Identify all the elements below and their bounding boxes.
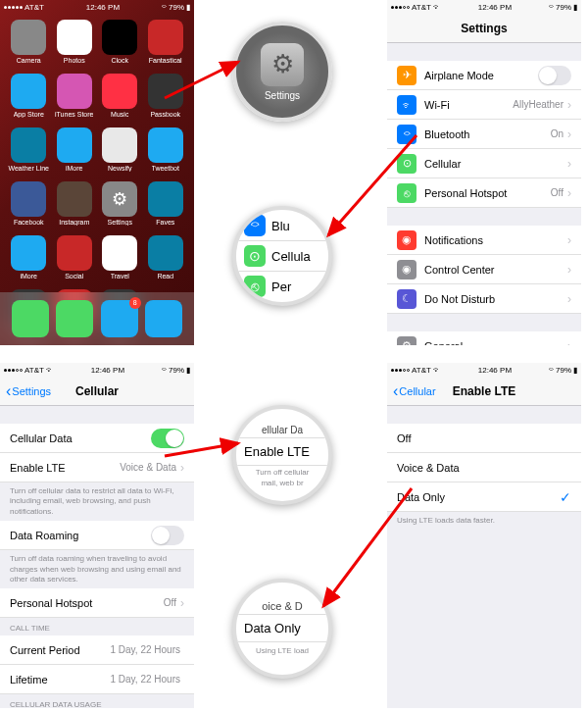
- navbar: ‹Cellular Enable LTE: [387, 377, 581, 406]
- hotspot-icon: ⎋: [244, 276, 266, 297]
- lte-voice-data-row[interactable]: Voice & Data: [387, 453, 581, 482]
- app-newsify[interactable]: Newsify: [99, 127, 141, 172]
- callout-data-only: oice & D Data Only Using LTE load: [232, 579, 332, 679]
- app-instagram[interactable]: Instagram: [54, 181, 96, 226]
- back-button[interactable]: ‹Cellular: [393, 383, 436, 399]
- bluetooth-icon: ⌔: [244, 215, 266, 236]
- settings-group-1: ✈Airplane ModeᯤWi-FiAllyHeather›⌔Bluetoo…: [387, 61, 581, 208]
- app-itunes-store[interactable]: iTunes Store: [54, 74, 96, 118]
- settings-bluetooth-row[interactable]: ⌔BluetoothOn›: [387, 120, 581, 149]
- app-fantastical[interactable]: Fantastical: [145, 20, 187, 64]
- navbar: ‹Settings Cellular: [0, 377, 194, 406]
- app-app-store[interactable]: App Store: [8, 74, 50, 118]
- settings-screen: AT&Tᯤ 12:46 PM ⌔79%▮ Settings ✈Airplane …: [387, 0, 581, 345]
- footer-note: Turn off data roaming when traveling to …: [0, 550, 194, 588]
- app-photos[interactable]: Photos: [54, 20, 96, 64]
- app-tweetbot[interactable]: Tweetbot: [145, 127, 187, 172]
- cellular-screen: AT&Tᯤ 12:46 PM ⌔79%▮ ‹Settings Cellular …: [0, 363, 194, 708]
- table-row: Lifetime1 Day, 22 Hours: [0, 665, 194, 694]
- cellular-icon: ⊙: [244, 245, 266, 267]
- settings-wi-fi-row[interactable]: ᯤWi-FiAllyHeather›: [387, 90, 581, 120]
- table-row: Current Period1 Day, 22 Hours: [0, 635, 194, 665]
- app-settings[interactable]: ⚙Settings: [99, 181, 141, 226]
- page-title: Enable LTE: [453, 384, 515, 398]
- callout-enable-lte: ellular Da Enable LTE Turn off cellular …: [232, 405, 332, 505]
- app-social[interactable]: Social: [54, 235, 96, 279]
- app-grid: CameraPhotosClockFantasticalApp StoreiTu…: [0, 14, 194, 339]
- toggle[interactable]: [538, 66, 571, 85]
- settings-general-row[interactable]: ⚙General›: [387, 331, 581, 345]
- settings-control-center-row[interactable]: ◉Control Center›: [387, 255, 581, 284]
- app-faves[interactable]: Faves: [145, 181, 187, 226]
- page-title: Settings: [461, 22, 507, 35]
- bluetooth-icon: ⌔: [162, 3, 167, 12]
- settings-personal-hotspot-row[interactable]: ⎋Personal HotspotOff›: [387, 178, 581, 208]
- settings-airplane-mode-row[interactable]: ✈Airplane Mode: [387, 61, 581, 90]
- data-roaming-row[interactable]: Data Roaming: [0, 521, 194, 550]
- time-label: 12:46 PM: [86, 3, 120, 12]
- page-title: Cellular: [75, 384, 119, 398]
- settings-cellular-row[interactable]: ⊙Cellular›: [387, 149, 581, 178]
- enable-lte-row[interactable]: Enable LTEVoice & Data›: [0, 453, 194, 482]
- chevron-left-icon: ‹: [393, 383, 398, 399]
- status-bar: AT&T 12:46 PM ⌔79%▮: [0, 0, 194, 14]
- callout-cellular-row: ⌔Blu ⊙Cellula ⎋Per: [232, 206, 332, 306]
- status-bar: AT&Tᯤ 12:46 PM ⌔79%▮: [0, 363, 194, 377]
- app-music[interactable]: Music: [99, 74, 141, 118]
- data-roaming-toggle[interactable]: [151, 526, 184, 545]
- app-weather-line[interactable]: Weather Line: [8, 127, 50, 172]
- dock-mail[interactable]: 8: [101, 300, 138, 337]
- app-facebook[interactable]: Facebook: [8, 181, 50, 226]
- back-button[interactable]: ‹Settings: [6, 383, 51, 399]
- app-camera[interactable]: Camera: [8, 20, 50, 64]
- app-clock[interactable]: Clock: [99, 20, 141, 64]
- personal-hotspot-row[interactable]: Personal HotspotOff›: [0, 588, 194, 618]
- app-imore[interactable]: iMore: [54, 127, 96, 172]
- chevron-left-icon: ‹: [6, 383, 11, 399]
- chevron-right-icon: ›: [180, 596, 184, 610]
- section-header: CALL TIME: [0, 618, 194, 635]
- settings-icon: ⚙: [261, 43, 304, 86]
- settings-group-3: ⚙General›ADisplay & Brightness›❀Wallpape…: [387, 331, 581, 345]
- section-header: CELLULAR DATA USAGE: [0, 694, 194, 708]
- app-imore[interactable]: iMore: [8, 235, 50, 279]
- carrier-label: AT&T: [24, 3, 44, 12]
- app-read[interactable]: Read: [145, 235, 187, 279]
- dock-phone[interactable]: [12, 300, 49, 337]
- enable-lte-screen: AT&Tᯤ 12:46 PM ⌔79%▮ ‹Cellular Enable LT…: [387, 363, 581, 708]
- lte-off-row[interactable]: Off: [387, 424, 581, 453]
- app-travel[interactable]: Travel: [99, 235, 141, 279]
- status-bar: AT&Tᯤ 12:46 PM ⌔79%▮: [387, 0, 581, 14]
- dock: 8: [0, 292, 194, 345]
- lte-data-only-row[interactable]: Data Only✓: [387, 482, 581, 512]
- dock-messages[interactable]: [56, 300, 93, 337]
- footer-note: Using LTE loads data faster.: [387, 512, 581, 530]
- settings-group-2: ◉Notifications›◉Control Center›☾Do Not D…: [387, 226, 581, 314]
- cellular-data-row[interactable]: Cellular Data: [0, 424, 194, 453]
- cellular-data-toggle[interactable]: [151, 429, 184, 448]
- footer-note: Turn off cellular data to restrict all d…: [0, 482, 194, 521]
- settings-notifications-row[interactable]: ◉Notifications›: [387, 226, 581, 255]
- navbar: Settings: [387, 14, 581, 43]
- checkmark-icon: ✓: [560, 489, 571, 505]
- home-screen: AT&T 12:46 PM ⌔79%▮ CameraPhotosClockFan…: [0, 0, 194, 345]
- app-passbook[interactable]: Passbook: [145, 74, 187, 118]
- callout-settings-icon: ⚙ Settings: [232, 22, 332, 122]
- status-bar: AT&Tᯤ 12:46 PM ⌔79%▮: [387, 363, 581, 377]
- dock-safari[interactable]: [145, 300, 182, 337]
- settings-do-not-disturb-row[interactable]: ☾Do Not Disturb›: [387, 284, 581, 314]
- battery-label: 79%: [169, 3, 184, 12]
- chevron-right-icon: ›: [180, 461, 184, 475]
